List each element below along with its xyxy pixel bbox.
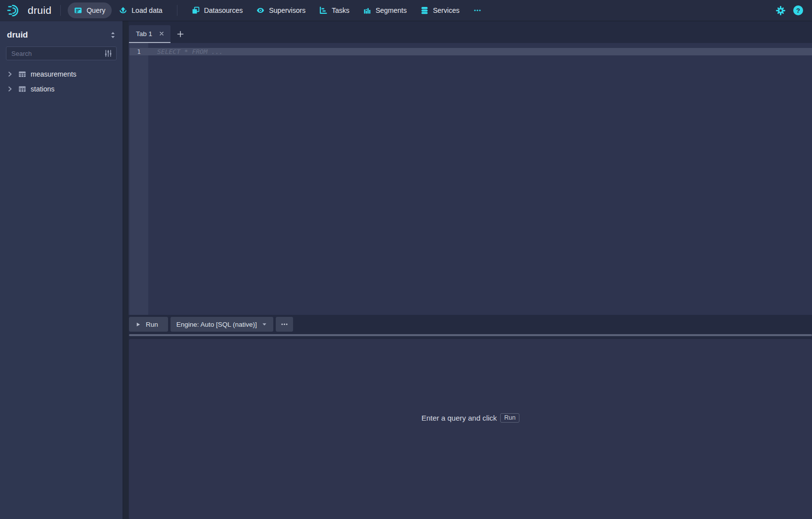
close-icon[interactable] xyxy=(157,29,166,38)
editor-placeholder: SELECT * FROM ... xyxy=(157,48,223,55)
query-more-button[interactable] xyxy=(276,317,293,332)
help-glyph: ? xyxy=(796,7,800,14)
tab-label: Tab 1 xyxy=(136,30,152,38)
nav-item-load-data[interactable]: Load data xyxy=(113,2,169,18)
nav-item-datasources[interactable]: Datasources xyxy=(185,2,250,18)
editor-gutter xyxy=(129,43,148,315)
editor-active-line xyxy=(129,48,812,55)
gear-icon xyxy=(775,5,786,16)
more-dots-icon xyxy=(281,321,288,327)
datasource-tree: measurements xyxy=(0,67,123,96)
bar-chart-icon xyxy=(363,6,371,14)
results-resize-handle[interactable] xyxy=(129,334,812,336)
top-navigation-bar: druid Query xyxy=(0,0,812,21)
query-workbench: Tab 1 1 SELECT * FROM ... xyxy=(128,21,812,519)
nav-item-tasks[interactable]: Tasks xyxy=(313,2,356,18)
run-bar: Run Engine: Auto [SQL (native)] xyxy=(128,315,812,334)
tree-item-label: stations xyxy=(31,85,54,93)
sql-editor[interactable]: 1 SELECT * FROM ... xyxy=(128,43,812,315)
help-icon: ? xyxy=(793,5,803,15)
search-input[interactable] xyxy=(10,49,101,58)
help-button[interactable]: ? xyxy=(793,5,803,15)
engine-label: Engine: Auto [SQL (native)] xyxy=(176,321,257,328)
nav-item-label: Load data xyxy=(131,6,162,14)
nav-item-label: Tasks xyxy=(332,6,349,14)
eye-icon xyxy=(256,6,264,14)
tree-item-label: measurements xyxy=(31,70,77,78)
brand-title: druid xyxy=(28,4,51,16)
druid-logo-icon xyxy=(7,3,24,18)
topbar-right-actions: ? xyxy=(775,5,807,16)
plus-icon xyxy=(176,30,184,38)
nav-item-label: Datasources xyxy=(204,6,243,14)
play-icon xyxy=(135,322,141,327)
chevron-right-icon[interactable] xyxy=(6,85,14,93)
empty-message-text: Enter a query and click xyxy=(422,414,497,422)
tree-item-stations[interactable]: stations xyxy=(0,82,123,96)
sidebar-main-divider xyxy=(123,21,128,519)
tree-header: druid xyxy=(0,21,123,46)
divider xyxy=(60,5,61,16)
table-icon xyxy=(18,85,26,93)
nav-item-services[interactable]: Services xyxy=(414,2,466,18)
nav-item-supervisors[interactable]: Supervisors xyxy=(250,2,312,18)
table-icon xyxy=(18,70,26,78)
query-tab-strip: Tab 1 xyxy=(128,21,812,43)
divider xyxy=(177,5,177,16)
datasource-tree-panel: druid xyxy=(0,21,123,519)
nav-item-label: Query xyxy=(86,6,105,14)
upload-icon xyxy=(119,6,127,14)
gantt-chart-icon xyxy=(319,6,327,14)
engine-select-button[interactable]: Engine: Auto [SQL (native)] xyxy=(171,317,273,332)
tree-item-measurements[interactable]: measurements xyxy=(0,67,123,82)
nav-item-query[interactable]: Query xyxy=(68,2,112,18)
nav-item-segments[interactable]: Segments xyxy=(357,2,413,18)
add-tab-button[interactable] xyxy=(171,25,190,43)
druid-console: druid Query xyxy=(0,0,812,519)
search-box xyxy=(6,46,117,60)
editor-line-number: 1 xyxy=(129,48,148,55)
application-icon xyxy=(74,6,82,14)
database-icon xyxy=(421,6,428,14)
tab-tab1[interactable]: Tab 1 xyxy=(129,25,171,43)
main-nav: Query Load data xyxy=(68,2,487,18)
chevron-right-icon[interactable] xyxy=(6,70,14,78)
double-caret-vertical-icon[interactable] xyxy=(110,31,116,39)
nav-item-label: Supervisors xyxy=(269,6,305,14)
nav-item-label: Segments xyxy=(376,6,407,14)
run-key-hint: Run xyxy=(500,413,519,423)
settings-button[interactable] xyxy=(775,5,786,16)
run-button-label: Run xyxy=(146,321,158,328)
more-icon xyxy=(473,6,481,14)
empty-results-message: Enter a query and click Run xyxy=(422,413,520,423)
caret-down-icon xyxy=(261,321,267,327)
tree-title: druid xyxy=(7,30,28,40)
run-button[interactable]: Run xyxy=(129,317,168,332)
filter-sliders-icon[interactable] xyxy=(104,49,112,57)
nav-item-more[interactable] xyxy=(467,2,488,18)
datasources-icon xyxy=(192,6,200,14)
druid-logo[interactable]: druid xyxy=(5,3,53,18)
nav-item-label: Services xyxy=(433,6,460,14)
results-panel: Enter a query and click Run xyxy=(129,339,812,519)
